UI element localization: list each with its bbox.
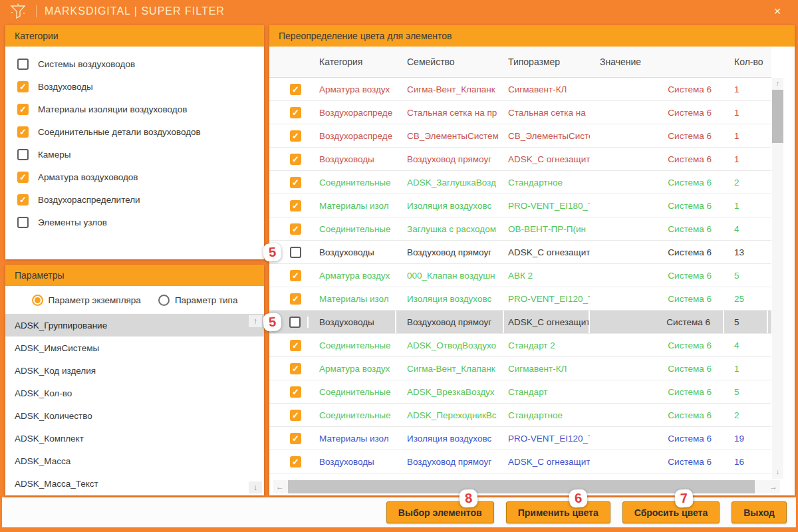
row-checkbox[interactable]: ✓: [290, 293, 301, 305]
category-item[interactable]: ✓Системы воздуховодов: [5, 53, 264, 75]
column-header-category[interactable]: Категория: [309, 57, 396, 67]
apply-colors-button[interactable]: Применить цвета: [506, 501, 610, 523]
table-row[interactable]: ✓Материалы изолИзоляция воздуховсPRO-VEN…: [269, 427, 771, 450]
table-row-checkbox-cell: ✓: [283, 410, 309, 421]
table-row[interactable]: ✓ВоздуховодыВоздуховод прямоугADSK_С огн…: [269, 450, 771, 473]
row-checkbox[interactable]: ✓: [290, 386, 301, 398]
radio-option[interactable]: Параметр экземпляра: [32, 295, 141, 306]
table-row[interactable]: ✓СоединительныеADSK_ЗаглушкаВоздСтандарт…: [269, 171, 771, 194]
table-row[interactable]: ✓ВоздуховодыВоздуховод прямоугADSK_С огн…: [269, 311, 771, 334]
table-cell-family: СВ_ЭлементыСистем: [396, 124, 504, 147]
table-row[interactable]: ✓СоединительныеADSK_ОтводВоздухоСтандарт…: [269, 334, 771, 357]
row-checkbox[interactable]: ✓: [290, 84, 301, 95]
parameter-item[interactable]: ADSK_ИмяСистемы: [5, 336, 264, 359]
category-checkbox[interactable]: ✓: [17, 172, 29, 183]
table-vertical-scrollbar[interactable]: ↑ ↓: [772, 78, 783, 479]
row-checkbox[interactable]: ✓: [290, 270, 301, 281]
parameter-item[interactable]: ADSK_Количество: [5, 404, 264, 427]
parameters-list: ADSK_ГруппированиеADSK_ИмяСистемыADSK_Ко…: [5, 314, 264, 495]
table-cell-family: Изоляция воздуховс: [396, 194, 504, 217]
parameters-scroll-up-icon[interactable]: ↑: [249, 315, 262, 327]
table-row[interactable]: ✓Арматура воздухСигма-Вент_КлапанкСигмав…: [269, 78, 771, 101]
table-row[interactable]: ✓СоединительныеADSK_ВрезкаВоздухСтандарт…: [269, 380, 771, 404]
table-row[interactable]: ✓ВоздуховодыВоздуховод прямоугADSK_С огн…: [269, 148, 771, 171]
exit-button[interactable]: Выход: [732, 501, 787, 523]
table-cell-family: Воздуховод прямоуг: [396, 148, 504, 170]
table-row[interactable]: ✓СоединительныеADSK_ПереходникВсСтандарт…: [269, 404, 771, 427]
row-checkbox[interactable]: ✓: [290, 107, 301, 118]
table-row[interactable]: ✓Арматура воздухСигма-Вент_КлапанкСигмав…: [269, 357, 771, 380]
category-checkbox[interactable]: ✓: [17, 217, 29, 228]
select-elements-button[interactable]: Выбор элементов: [386, 501, 494, 523]
category-item[interactable]: ✓Воздуховоды: [5, 75, 264, 98]
category-item[interactable]: ✓Камеры: [5, 143, 264, 166]
category-item[interactable]: ✓Соединительные детали воздуховодов: [5, 120, 264, 143]
category-label: Воздуховоды: [38, 82, 93, 92]
table-cell-qty: 1: [724, 78, 768, 100]
row-checkbox[interactable]: ✓: [290, 247, 301, 258]
scroll-up-icon[interactable]: ↑: [772, 78, 783, 89]
parameter-item[interactable]: ADSK_Кол-во: [5, 382, 264, 404]
parameter-item[interactable]: ADSK_Группирование: [5, 314, 264, 336]
parameter-item[interactable]: ADSK_Масса: [5, 450, 264, 472]
category-item[interactable]: ✓Воздухораспределители: [5, 188, 264, 211]
row-checkbox[interactable]: ✓: [290, 154, 301, 165]
row-checkbox[interactable]: ✓: [290, 340, 301, 351]
category-checkbox[interactable]: ✓: [17, 194, 29, 205]
table-row[interactable]: ✓ВоздухораспредеСтальная сетка на прСтал…: [269, 101, 771, 124]
check-icon: ✓: [290, 154, 301, 165]
column-header-count[interactable]: Кол-во: [724, 57, 768, 67]
table-row[interactable]: ✓ВоздухораспредеСВ_ЭлементыСистемСВ_Элем…: [269, 124, 771, 148]
parameter-item[interactable]: ADSK_Комплект: [5, 427, 264, 450]
row-checkbox[interactable]: ✓: [290, 363, 301, 374]
close-icon[interactable]: ×: [769, 3, 786, 19]
radio-icon[interactable]: [32, 295, 43, 306]
table-row-checkbox-cell: ✓: [283, 154, 309, 165]
category-item[interactable]: ✓Элементы узлов: [5, 211, 264, 233]
annotation-7-reset-colors: 7: [674, 489, 694, 508]
category-checkbox[interactable]: ✓: [17, 59, 29, 70]
column-header-typesize[interactable]: Типоразмер: [504, 57, 590, 67]
check-icon: ✓: [17, 172, 29, 183]
parameters-scroll-down-icon[interactable]: ↓: [249, 481, 262, 493]
row-checkbox[interactable]: ✓: [290, 456, 301, 467]
category-checkbox[interactable]: ✓: [17, 126, 29, 138]
categories-list: ✓Системы воздуховодов✓Воздуховоды✓Матери…: [5, 47, 264, 233]
scroll-down-icon[interactable]: ↓: [772, 466, 783, 477]
category-checkbox[interactable]: ✓: [17, 81, 29, 92]
row-checkbox[interactable]: ✓: [290, 200, 301, 211]
parameter-item[interactable]: ADSK_Масса_Текст: [5, 472, 264, 495]
table-row[interactable]: ✓ВоздуховодыВоздуховод прямоугADSK_С огн…: [269, 241, 771, 264]
table-horizontal-scrollbar[interactable]: ← →: [273, 480, 780, 493]
scroll-left-icon[interactable]: ←: [273, 480, 287, 493]
category-item[interactable]: ✓Арматура воздуховодов: [5, 166, 264, 188]
table-row[interactable]: ✓Арматура воздух000_Клапан воздушнАВК 2С…: [269, 264, 771, 287]
category-label: Системы воздуховодов: [38, 59, 135, 69]
category-item[interactable]: ✓Материалы изоляции воздуховодов: [5, 98, 264, 120]
row-checkbox[interactable]: ✓: [289, 317, 301, 328]
row-checkbox[interactable]: ✓: [290, 177, 301, 188]
radio-option[interactable]: Параметр типа: [158, 295, 238, 306]
table-cell-qty: 2: [724, 171, 768, 194]
table-row[interactable]: ✓Материалы изолИзоляция воздуховсPRO-VEN…: [269, 287, 771, 311]
window-title: MARKSDIGITAL | SUPER FILTER: [45, 5, 225, 17]
table-row[interactable]: ✓Материалы изолИзоляция воздуховсPRO-VEN…: [269, 194, 771, 217]
reset-colors-button[interactable]: Сбросить цвета: [622, 501, 720, 523]
table-cell-category: Материалы изол: [309, 427, 396, 450]
row-checkbox[interactable]: ✓: [290, 433, 301, 444]
column-header-value[interactable]: Значение: [590, 57, 724, 67]
table-row-checkbox-cell: ✓: [283, 177, 309, 188]
row-checkbox[interactable]: ✓: [290, 223, 301, 235]
category-checkbox[interactable]: ✓: [17, 104, 29, 115]
vertical-scrollbar-thumb[interactable]: [772, 90, 783, 143]
table-cell-qty: 1: [724, 124, 768, 147]
radio-icon[interactable]: [158, 295, 170, 306]
row-checkbox[interactable]: ✓: [290, 130, 301, 142]
column-header-family[interactable]: Семейство: [396, 57, 504, 67]
category-checkbox[interactable]: ✓: [17, 149, 29, 160]
scroll-right-icon[interactable]: →: [767, 480, 780, 493]
row-checkbox[interactable]: ✓: [290, 410, 301, 421]
category-label: Материалы изоляции воздуховодов: [38, 104, 187, 114]
table-row[interactable]: ✓СоединительныеЗаглушка с расходомОВ-ВЕН…: [269, 217, 771, 241]
parameter-item[interactable]: ADSK_Код изделия: [5, 359, 264, 382]
